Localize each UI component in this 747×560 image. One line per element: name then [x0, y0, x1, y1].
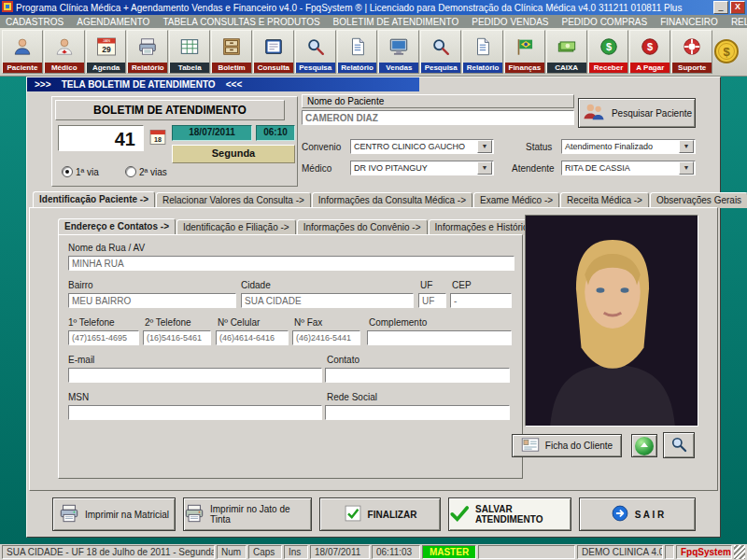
boletim-title: BOLETIM DE ATENDIMENTO	[55, 100, 285, 120]
radio-2vias[interactable]: 2ª vias	[125, 166, 167, 177]
finalizar-label: FINALIZAR	[368, 510, 417, 520]
green-ball-icon	[635, 437, 654, 455]
client-area: >>> TELA BOLETIM DE ATENDIMENTO <<< BOLE…	[0, 77, 747, 544]
magnifier-icon	[669, 435, 688, 455]
street-label: Nome da Rua / AV	[68, 243, 145, 253]
tel2-input[interactable]	[143, 330, 211, 345]
calendar-icon: JAN29	[95, 31, 118, 63]
contato-input[interactable]	[325, 368, 510, 383]
toolbar-button-apagar[interactable]: $ A Pagar	[629, 30, 670, 74]
ficha-cliente-button[interactable]: Ficha do Cliente	[512, 434, 622, 457]
toolbar-button-tabela[interactable]: Tabela	[169, 30, 210, 74]
pesquisar-paciente-button[interactable]: Pesquisar Paciente	[578, 98, 696, 128]
status-spacer-2	[665, 545, 674, 559]
radio-dot	[125, 166, 136, 177]
status-num: Num	[217, 545, 247, 559]
cidade-input[interactable]	[241, 293, 414, 308]
toolbar-button-receber[interactable]: $ Receber	[588, 30, 629, 74]
email-input[interactable]	[68, 368, 322, 383]
support-icon	[682, 31, 702, 63]
monitor-icon	[388, 31, 409, 63]
boletim-date: 18/07/2011	[172, 125, 252, 141]
menu-tabela-consultas[interactable]: TABELA CONSULTAS E PRODUTOS	[162, 17, 319, 27]
tab-receita-medica[interactable]: Receita Médica ->	[560, 192, 649, 208]
radio-1via-label: 1ª via	[76, 167, 99, 177]
radio-1via[interactable]: 1ª via	[62, 166, 99, 177]
toolbar-label: Suporte	[672, 63, 712, 73]
salvar-atendimento-button[interactable]: SALVAR ATENDIMENTO	[448, 497, 571, 531]
boletim-weekday: Segunda	[172, 145, 295, 163]
svg-text:$: $	[647, 41, 653, 52]
medico-select[interactable]: DR IVO PITANGUY▼	[350, 161, 494, 175]
photo-zoom-button[interactable]	[663, 432, 695, 458]
endereco-panel: Nome da Rua / AV Bairro Cidade UF CEP 1º…	[58, 234, 523, 479]
ficha-icon	[521, 437, 540, 455]
toolbar-button-consulta[interactable]: Consulta	[253, 30, 294, 74]
fax-input[interactable]	[292, 330, 360, 345]
status-value: Atendimento Finalizado	[562, 142, 679, 151]
imprimir-jato-tinta-button[interactable]: Imprimir no Jato de Tinta	[183, 497, 312, 531]
svg-text:$: $	[723, 45, 730, 59]
menu-cadastros[interactable]: CADASTROS	[6, 17, 63, 27]
complemento-input[interactable]	[367, 330, 512, 345]
cash-icon	[557, 31, 577, 63]
toolbar-button-medico[interactable]: Médico	[44, 30, 85, 74]
toolbar-button-financas[interactable]: Finanças	[504, 30, 545, 74]
street-input[interactable]	[68, 256, 514, 271]
convenio-select[interactable]: CENTRO CLINICO GAUCHO▼	[350, 139, 494, 154]
sub-tabs: Endereço e Contatos -> Identificação e F…	[58, 217, 571, 235]
toolbar-button-relatorio-agenda[interactable]: Relatório	[127, 30, 168, 74]
tel2-label: 2º Telefone	[145, 317, 191, 328]
toolbar-button-relatorio-consulta[interactable]: Relatório	[337, 30, 378, 74]
bairro-input[interactable]	[68, 293, 236, 308]
toolbar-button-suporte[interactable]: Suporte	[671, 30, 712, 74]
tab-exame-medico[interactable]: Exame Médico ->	[473, 192, 559, 208]
toolbar-button-pesquisa-vendas[interactable]: Pesquisa	[420, 30, 461, 74]
menu-pedido-compras[interactable]: PEDIDO COMPRAS	[562, 17, 648, 27]
patient-photo	[525, 215, 698, 427]
imprimir-matricial-button[interactable]: Imprimir na Matricial	[52, 497, 176, 531]
atendente-select[interactable]: RITA DE CASSIA▼	[561, 161, 696, 175]
tab-informacoes-consulta[interactable]: Informações da Consulta Médica ->	[312, 192, 472, 208]
resize-grip[interactable]	[734, 545, 745, 559]
subtab-identificacao-filiacao[interactable]: Identificação e Filiação ->	[176, 219, 296, 235]
rede-social-input[interactable]	[325, 405, 510, 420]
uf-input[interactable]	[418, 293, 446, 308]
close-button[interactable]: X	[730, 1, 745, 14]
menu-agendamento[interactable]: AGENDAMENTO	[77, 17, 149, 27]
boletim-time: 06:10	[256, 125, 295, 141]
toolbar-button-paciente[interactable]: Paciente	[2, 30, 43, 74]
status-select[interactable]: Atendimento Finalizado▼	[561, 139, 696, 154]
sair-button[interactable]: S A I R	[579, 497, 696, 531]
webcam-capture-button[interactable]	[631, 434, 657, 457]
screen-banner: >>> TELA BOLETIM DE ATENDIMENTO <<<	[27, 77, 419, 91]
pesquisar-paciente-label: Pesquisar Paciente	[612, 108, 692, 119]
subtab-informacoes-convenio[interactable]: Informações do Convênio ->	[297, 219, 428, 235]
tel1-input[interactable]	[68, 330, 139, 345]
menu-boletim[interactable]: BOLETIM DE ATENDIMENTO	[333, 17, 459, 27]
status-time: 06:11:03	[372, 545, 420, 559]
tab-relacionar-valores[interactable]: Relacionar Valores da Consulta ->	[156, 192, 311, 208]
toolbar-button-relatorio-vendas[interactable]: Relatório	[462, 30, 503, 74]
tab-observacoes-gerais[interactable]: Observações Gerais	[650, 192, 747, 208]
toolbar-button-vendas[interactable]: Vendas	[378, 30, 419, 74]
cep-input[interactable]	[450, 293, 512, 308]
toolbar-button-agenda[interactable]: JAN29 Agenda	[86, 30, 127, 74]
minimize-button[interactable]: _	[713, 1, 728, 14]
search-patient-icon	[582, 102, 606, 124]
toolbar-label: A Pagar	[630, 63, 669, 73]
finalizar-button[interactable]: FINALIZAR	[319, 497, 441, 531]
toolbar-button-caixa[interactable]: CAIXA	[546, 30, 587, 74]
celular-input[interactable]	[216, 330, 289, 345]
mini-calendar-icon[interactable]: 18	[148, 128, 167, 150]
ficha-cliente-label: Ficha do Cliente	[545, 441, 613, 451]
menu-pedido-vendas[interactable]: PEDIDO VENDAS	[472, 17, 548, 27]
toolbar-button-boletim[interactable]: Boletim	[211, 30, 252, 74]
msn-input[interactable]	[68, 405, 322, 420]
toolbar-button-pesquisa-consulta[interactable]: Pesquisa	[295, 30, 336, 74]
menu-financeiro[interactable]: FINANCEIRO	[660, 17, 718, 27]
salvar-atendimento-label: SALVAR ATENDIMENTO	[475, 504, 571, 525]
patient-name-input[interactable]	[302, 110, 574, 125]
toolbar-label: Médico	[45, 63, 84, 73]
menu-relatorios[interactable]: RELATÓRIOS	[731, 17, 747, 27]
